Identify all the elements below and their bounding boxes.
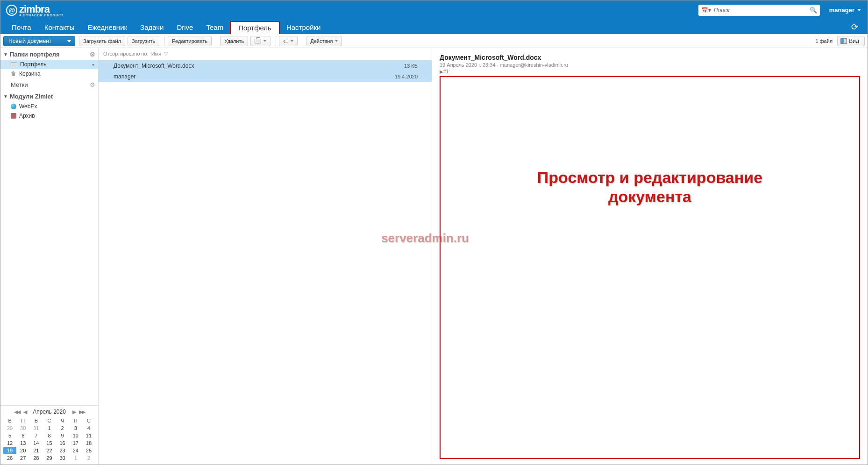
- cal-day[interactable]: 17: [69, 439, 82, 447]
- tab-tasks[interactable]: Задачи: [134, 21, 170, 34]
- cal-day[interactable]: 12: [3, 439, 16, 447]
- cal-title[interactable]: Апрель 2020: [33, 409, 66, 415]
- refresh-icon[interactable]: ⟳: [847, 20, 862, 34]
- cal-day[interactable]: 30: [16, 424, 29, 432]
- sidebar-item-label: Портфель: [20, 61, 47, 68]
- cal-day[interactable]: 5: [3, 432, 16, 439]
- cal-day[interactable]: 29: [43, 454, 56, 462]
- upload-button[interactable]: Загрузить: [128, 36, 159, 46]
- doc-meta: 19 Апрель 2020 г. 23:34 · manager@kirush…: [440, 62, 860, 68]
- briefcase-menu-button[interactable]: [250, 36, 270, 46]
- sidebar-item-webex[interactable]: WebEx: [0, 102, 98, 111]
- upload-file-button[interactable]: Загрузить файл: [79, 36, 125, 46]
- cal-day[interactable]: 30: [56, 454, 69, 462]
- search-input[interactable]: [714, 7, 810, 14]
- cal-day[interactable]: 14: [29, 439, 43, 447]
- cal-day[interactable]: 3: [69, 424, 82, 432]
- cal-day[interactable]: 10: [69, 432, 82, 439]
- file-count: 1 файл: [815, 38, 832, 44]
- tab-drive[interactable]: Drive: [170, 21, 199, 34]
- briefcase-icon: [255, 39, 261, 43]
- tab-team[interactable]: Team: [199, 21, 230, 34]
- cal-day[interactable]: 19: [3, 447, 16, 454]
- tab-contacts[interactable]: Контакты: [38, 21, 81, 34]
- edit-button[interactable]: Редактировать: [168, 36, 212, 46]
- calendar-search-icon[interactable]: 📅▾: [701, 7, 711, 14]
- tab-calendar[interactable]: Ежедневник: [81, 21, 134, 34]
- delete-button[interactable]: Удалить: [220, 36, 248, 46]
- cal-day[interactable]: 4: [82, 424, 95, 432]
- cal-day[interactable]: 23: [56, 447, 69, 454]
- zimlets-header-label: Модули Zimlet: [10, 93, 53, 100]
- cal-day[interactable]: 18: [82, 439, 95, 447]
- tab-settings[interactable]: Настройки: [280, 21, 327, 34]
- cal-day[interactable]: 15: [43, 439, 56, 447]
- cal-day[interactable]: 29: [3, 424, 16, 432]
- cal-day[interactable]: 31: [29, 424, 43, 432]
- cal-day[interactable]: 13: [16, 439, 29, 447]
- cal-day[interactable]: 22: [43, 447, 56, 454]
- cal-prev-month[interactable]: ◀: [23, 409, 26, 415]
- cal-day[interactable]: 21: [29, 447, 43, 454]
- cal-dow: С: [43, 417, 56, 424]
- main-area: ▼ Папки портфеля ⚙ Портфель ▾ 🗑 Корзина …: [0, 48, 868, 465]
- sidebar-item-briefcase[interactable]: Портфель ▾: [0, 60, 98, 69]
- folder-icon: [11, 62, 17, 67]
- chevron-down-icon: [263, 40, 266, 42]
- tag-menu-button[interactable]: 🏷: [279, 36, 298, 46]
- gear-icon[interactable]: ⚙: [90, 81, 95, 88]
- sort-bar[interactable]: Отсортировано по: Имя ▽: [99, 48, 432, 60]
- cal-dow: В: [3, 417, 16, 424]
- cal-day[interactable]: 6: [16, 432, 29, 439]
- chevron-down-icon: [335, 40, 338, 42]
- doc-nav[interactable]: ▶#1:: [440, 69, 860, 74]
- search-icon[interactable]: 🔍: [810, 7, 817, 14]
- file-author: manager: [114, 73, 395, 80]
- cal-day[interactable]: 7: [29, 432, 43, 439]
- upload-file-label: Загрузить файл: [83, 38, 121, 44]
- cal-day[interactable]: 2: [82, 454, 95, 462]
- cal-day[interactable]: 27: [16, 454, 29, 462]
- cal-day[interactable]: 24: [69, 447, 82, 454]
- sidebar-item-label: Корзина: [19, 70, 41, 77]
- cal-day[interactable]: 25: [82, 447, 95, 454]
- cal-day[interactable]: 11: [82, 432, 95, 439]
- sidebar-item-archive[interactable]: Архив: [0, 111, 98, 120]
- cal-day[interactable]: 20: [16, 447, 29, 454]
- new-document-label: Новый документ: [8, 38, 51, 44]
- user-menu[interactable]: manager: [826, 5, 864, 15]
- sort-dir-icon: ▽: [164, 51, 168, 56]
- tab-briefcase[interactable]: Портфель: [230, 21, 280, 34]
- cal-day[interactable]: 2: [56, 424, 69, 432]
- collapse-icon: ▼: [3, 94, 8, 99]
- globe-icon: [11, 104, 16, 109]
- calendar-grid: ВПВСЧПС 29303112345678910111213141516171…: [3, 417, 95, 462]
- tab-mail[interactable]: Почта: [5, 21, 38, 34]
- gear-icon[interactable]: ⚙: [90, 51, 95, 58]
- view-toggle-button[interactable]: Вид: [837, 36, 865, 46]
- main-tabs: Почта Контакты Ежедневник Задачи Drive T…: [0, 20, 868, 34]
- sidebar-item-trash[interactable]: 🗑 Корзина: [0, 69, 98, 78]
- cal-day[interactable]: 26: [3, 454, 16, 462]
- cal-day[interactable]: 1: [69, 454, 82, 462]
- cal-day[interactable]: 8: [43, 432, 56, 439]
- file-row[interactable]: Документ_Microsoft_Word.docx 13 КБ: [99, 60, 432, 71]
- tags-header[interactable]: Метки ⚙: [0, 78, 98, 90]
- folders-header[interactable]: ▼ Папки портфеля ⚙: [0, 48, 98, 60]
- cal-day[interactable]: 1: [43, 424, 56, 432]
- cal-day[interactable]: 9: [56, 432, 69, 439]
- preview-viewport[interactable]: Просмотр и редактирование документа: [440, 76, 860, 459]
- preview-pane: Документ_Microsoft_Word.docx 19 Апрель 2…: [432, 48, 868, 465]
- cal-prev-year[interactable]: ◀◀: [14, 409, 20, 415]
- file-row-author[interactable]: manager 19.4.2020: [99, 71, 432, 82]
- cal-next-month[interactable]: ▶: [72, 409, 75, 415]
- chevron-down-icon[interactable]: ▾: [92, 62, 94, 67]
- logo[interactable]: @ zimbra A SYNACOR PRODUCT: [6, 3, 64, 17]
- search-bar[interactable]: 📅▾ 🔍: [698, 5, 820, 16]
- cal-day[interactable]: 16: [56, 439, 69, 447]
- cal-next-year[interactable]: ▶▶: [79, 409, 85, 415]
- cal-day[interactable]: 28: [29, 454, 43, 462]
- new-document-button[interactable]: Новый документ: [3, 36, 75, 46]
- zimlets-header[interactable]: ▼ Модули Zimlet: [0, 90, 98, 102]
- actions-button[interactable]: Действия: [306, 36, 342, 46]
